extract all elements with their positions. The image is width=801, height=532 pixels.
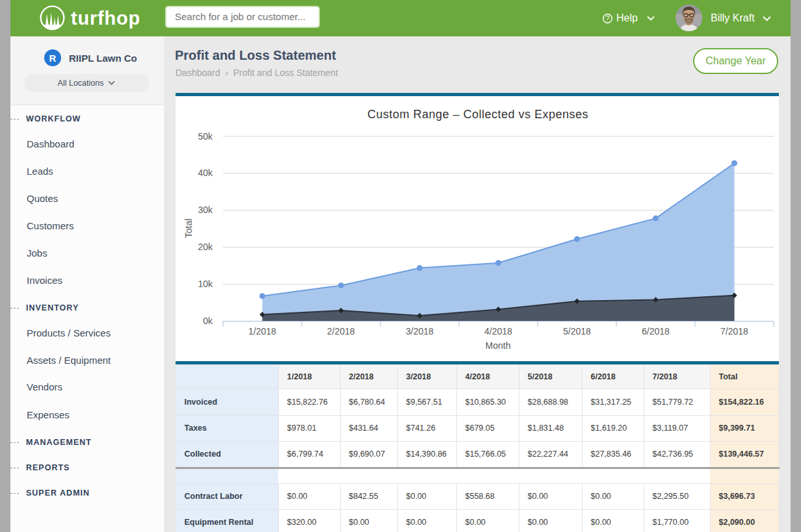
svg-text:1/2018: 1/2018 xyxy=(248,326,276,336)
svg-text:2/2018: 2/2018 xyxy=(327,326,355,336)
svg-text:50k: 50k xyxy=(198,131,213,141)
svg-text:3/2018: 3/2018 xyxy=(406,326,434,336)
svg-text:Custom Range – Collected vs Ex: Custom Range – Collected vs Expenses xyxy=(367,108,588,121)
svg-text:20k: 20k xyxy=(198,242,213,252)
svg-text:7/2018: 7/2018 xyxy=(720,326,748,336)
svg-text:4/2018: 4/2018 xyxy=(484,326,512,336)
svg-text:?: ? xyxy=(606,15,610,22)
svg-text:Month: Month xyxy=(485,340,510,351)
svg-text:30k: 30k xyxy=(198,205,213,215)
svg-text:6/2018: 6/2018 xyxy=(642,326,670,336)
svg-text:0k: 0k xyxy=(203,316,213,326)
svg-text:Total: Total xyxy=(183,218,193,238)
svg-text:40k: 40k xyxy=(198,168,213,178)
svg-text:10k: 10k xyxy=(198,279,213,289)
svg-text:5/2018: 5/2018 xyxy=(563,326,591,336)
